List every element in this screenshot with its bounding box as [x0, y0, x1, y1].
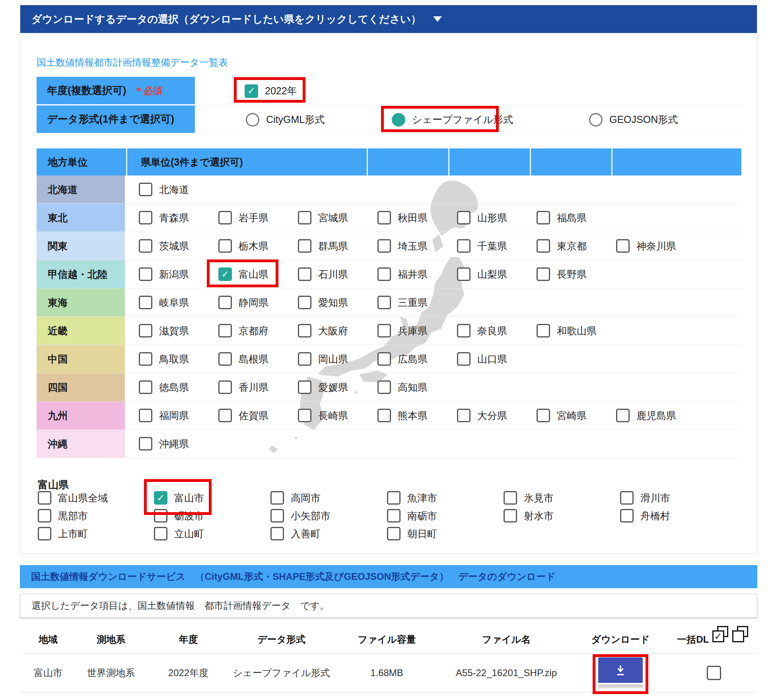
pref-checkbox-北海道[interactable]: 北海道 — [139, 183, 189, 196]
pref-checkbox-徳島県-label: 徳島県 — [159, 381, 189, 394]
checkbox-icon — [139, 437, 152, 450]
pref-checkbox-京都府[interactable]: 京都府 — [218, 324, 268, 337]
dl-cell-datum: 世界測地系 — [76, 654, 146, 692]
pref-checkbox-石川県[interactable]: 石川県 — [298, 267, 348, 281]
pref-checkbox-鳥取県[interactable]: 鳥取県 — [139, 352, 189, 366]
pref-checkbox-茨城県[interactable]: 茨城県 — [139, 239, 189, 253]
selected-data-text: 選択したデータ項目は、国土数値情報 都市計画情報データ です。 — [31, 599, 329, 612]
region-row-東海: 東海岐阜県静岡県愛知県三重県 — [37, 289, 741, 317]
pref-checkbox-東京都[interactable]: 東京都 — [537, 239, 587, 253]
pref-checkbox-徳島県[interactable]: 徳島県 — [139, 380, 189, 394]
pref-checkbox-兵庫県[interactable]: 兵庫県 — [377, 324, 428, 337]
format-row: データ形式(1件まで選択可) CityGML形式シェープファイル形式GEOJSO… — [37, 105, 741, 134]
city-checkbox-南砺市[interactable]: 南砺市 — [387, 509, 437, 523]
pref-checkbox-長崎県[interactable]: 長崎県 — [298, 409, 348, 422]
header-divider — [530, 148, 531, 175]
pref-checkbox-山梨県[interactable]: 山梨県 — [457, 267, 507, 281]
city-checkbox-朝日町[interactable]: 朝日町 — [387, 527, 437, 540]
city-checkbox-高岡市[interactable]: 高岡市 — [270, 491, 321, 505]
pref-checkbox-高知県[interactable]: 高知県 — [377, 380, 428, 394]
pref-checkbox-神奈川県[interactable]: 神奈川県 — [616, 239, 676, 253]
required-badge: ＊必須 — [134, 84, 163, 97]
city-checkbox-富山市[interactable]: 富山市 — [154, 491, 204, 505]
select-all-checked-icon[interactable]: ✓ — [712, 626, 731, 643]
pref-checkbox-鹿児島県[interactable]: 鹿児島県 — [616, 409, 676, 422]
pref-checkbox-香川県[interactable]: 香川県 — [218, 380, 268, 394]
dl-header-一括DL: 一括DL✓ — [670, 626, 757, 653]
city-checkbox-射水市-label: 射水市 — [524, 509, 554, 523]
pref-checkbox-大阪府[interactable]: 大阪府 — [298, 324, 348, 337]
pref-checkbox-秋田県[interactable]: 秋田県 — [377, 211, 428, 224]
pref-checkbox-滋賀県[interactable]: 滋賀県 — [139, 324, 189, 337]
format-radio-GEOJSON形式[interactable]: GEOJSON形式 — [589, 113, 678, 127]
pref-checkbox-山形県[interactable]: 山形県 — [457, 211, 507, 224]
pref-checkbox-岐阜県[interactable]: 岐阜県 — [139, 296, 189, 309]
pref-checkbox-和歌山県[interactable]: 和歌山県 — [537, 324, 597, 337]
pref-checkbox-富山県-label: 富山県 — [239, 268, 268, 281]
pref-checkbox-群馬県[interactable]: 群馬県 — [298, 239, 348, 253]
pref-checkbox-埼玉県[interactable]: 埼玉県 — [377, 239, 428, 253]
pref-checkbox-千葉県[interactable]: 千葉県 — [457, 239, 507, 253]
city-checkbox-立山町[interactable]: 立山町 — [154, 527, 204, 540]
pref-checkbox-山口県[interactable]: 山口県 — [457, 352, 507, 366]
pref-checkbox-広島県[interactable]: 広島県 — [377, 352, 428, 366]
checkbox-icon — [504, 491, 517, 505]
checkbox-icon — [139, 409, 152, 422]
pref-checkbox-福岡県[interactable]: 福岡県 — [139, 409, 189, 422]
data-list-link[interactable]: 国土数値情報都市計画情報整備データ一覧表 — [37, 56, 228, 69]
pref-checkbox-宮崎県[interactable]: 宮崎県 — [537, 409, 587, 422]
pref-checkbox-青森県[interactable]: 青森県 — [139, 211, 189, 224]
city-checkbox-氷見市[interactable]: 氷見市 — [504, 491, 554, 505]
checkbox-icon — [154, 527, 167, 540]
pref-checkbox-滋賀県-label: 滋賀県 — [159, 324, 189, 337]
pref-checkbox-栃木県[interactable]: 栃木県 — [218, 239, 268, 253]
pref-checkbox-岡山県[interactable]: 岡山県 — [298, 352, 348, 366]
format-radio-シェープファイル形式[interactable]: シェープファイル形式 — [392, 113, 513, 127]
checkbox-icon — [298, 352, 311, 366]
pref-checkbox-岩手県-label: 岩手県 — [239, 211, 268, 224]
pref-checkbox-和歌山県-label: 和歌山県 — [557, 324, 597, 337]
pref-checkbox-高知県-label: 高知県 — [398, 381, 428, 394]
pref-checkbox-宮城県[interactable]: 宮城県 — [298, 211, 348, 224]
pref-checkbox-熊本県[interactable]: 熊本県 — [377, 409, 428, 422]
city-checkbox-滑川市-label: 滑川市 — [640, 491, 670, 505]
city-checkbox-富山県全域[interactable]: 富山県全域 — [38, 491, 108, 505]
city-checkbox-魚津市[interactable]: 魚津市 — [387, 491, 437, 505]
city-checkbox-砺波市[interactable]: 砺波市 — [154, 509, 204, 523]
city-checkbox-射水市[interactable]: 射水市 — [504, 509, 554, 523]
pref-checkbox-島根県[interactable]: 島根県 — [218, 352, 268, 366]
bulk-dl-checkbox[interactable] — [707, 666, 721, 680]
dl-cell-area: 富山市 — [20, 654, 76, 692]
pref-checkbox-新潟県[interactable]: 新潟県 — [139, 267, 189, 281]
pref-checkbox-愛媛県[interactable]: 愛媛県 — [298, 380, 348, 394]
pref-checkbox-長野県[interactable]: 長野県 — [537, 267, 587, 281]
pref-checkbox-大分県[interactable]: 大分県 — [457, 409, 507, 422]
pref-checkbox-佐賀県[interactable]: 佐賀県 — [218, 409, 268, 422]
pref-checkbox-福島県[interactable]: 福島県 — [537, 211, 587, 224]
pref-checkbox-岩手県[interactable]: 岩手県 — [218, 211, 268, 224]
city-checkbox-入善町[interactable]: 入善町 — [270, 527, 321, 540]
city-checkbox-滑川市[interactable]: 滑川市 — [620, 491, 670, 505]
pref-checkbox-奈良県[interactable]: 奈良県 — [457, 324, 507, 337]
format-radio-CityGML形式[interactable]: CityGML形式 — [246, 113, 325, 127]
panel-header[interactable]: ダウンロードするデータの選択（ダウンロードしたい県をクリックしてください） — [20, 5, 757, 33]
pref-checkbox-三重県[interactable]: 三重県 — [377, 296, 428, 309]
pref-checkbox-静岡県[interactable]: 静岡県 — [218, 296, 268, 309]
pref-checkbox-福井県[interactable]: 福井県 — [377, 267, 428, 281]
city-checkbox-小矢部市[interactable]: 小矢部市 — [270, 509, 331, 523]
download-button[interactable] — [598, 657, 643, 683]
dl-cell-download — [571, 654, 670, 692]
checkbox-icon — [377, 380, 391, 394]
pref-checkbox-京都府-label: 京都府 — [239, 324, 268, 337]
year-2022-checkbox[interactable]: 2022年 — [245, 84, 297, 98]
pref-checkbox-埼玉県-label: 埼玉県 — [398, 240, 428, 253]
dl-cell-bulk — [670, 654, 757, 692]
city-checkbox-舟橋村[interactable]: 舟橋村 — [620, 509, 670, 523]
download-table-header: 地域測地系年度データ形式ファイル容量ファイル名ダウンロード一括DL✓ — [20, 626, 757, 654]
pref-checkbox-愛知県[interactable]: 愛知県 — [298, 296, 348, 309]
city-checkbox-上市町[interactable]: 上市町 — [38, 527, 88, 540]
pref-checkbox-富山県[interactable]: 富山県 — [218, 267, 268, 281]
city-checkbox-黒部市[interactable]: 黒部市 — [38, 509, 88, 523]
pref-checkbox-沖縄県[interactable]: 沖縄県 — [139, 437, 189, 450]
select-all-empty-icon[interactable] — [732, 626, 751, 643]
